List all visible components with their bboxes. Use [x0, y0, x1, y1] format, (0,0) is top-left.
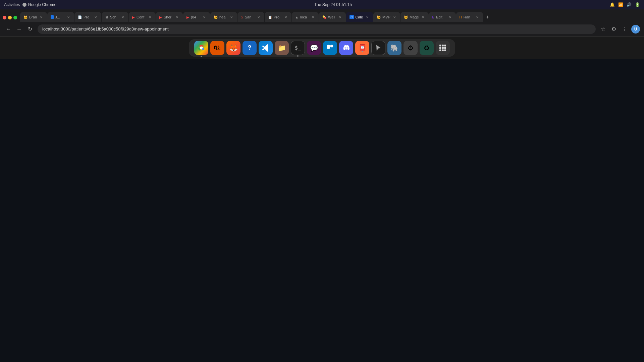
dock-apps-grid[interactable] — [436, 41, 450, 55]
svg-rect-21 — [439, 47, 441, 49]
tab-close-sch[interactable]: ✕ — [120, 15, 125, 19]
dock-discord[interactable] — [339, 41, 353, 55]
dock-terminal[interactable]: $_ — [291, 41, 305, 55]
tab-close-heal[interactable]: ✕ — [229, 15, 234, 19]
tab-close-cale[interactable]: ✕ — [365, 15, 370, 19]
tab-well[interactable]: 💊 Well ✕ — [319, 12, 346, 22]
dock-settings[interactable]: ⚙ — [404, 41, 418, 55]
svg-rect-22 — [442, 47, 444, 49]
address-input[interactable] — [38, 24, 596, 34]
tab-sher[interactable]: ▶ Sher ✕ — [156, 12, 183, 22]
speaker-icon[interactable]: 🔊 — [627, 2, 632, 7]
forward-button[interactable]: → — [15, 25, 23, 34]
tab-jobs[interactable]: ! J... ✕ — [47, 12, 74, 22]
battery-icon[interactable]: 🔋 — [635, 2, 640, 7]
tab-close-jobs[interactable]: ✕ — [66, 15, 71, 19]
dock-cursor[interactable] — [371, 41, 385, 55]
dock-ubuntu-software[interactable]: 🛍 — [210, 41, 224, 55]
tab-84[interactable]: ▶ (84 ✕ — [183, 12, 210, 22]
tab-cale[interactable]: C Cale ✕ — [346, 12, 373, 22]
wifi-icon[interactable]: 📶 — [618, 2, 623, 7]
svg-rect-24 — [439, 49, 441, 51]
close-window-btn[interactable] — [3, 16, 6, 19]
tab-mvp[interactable]: 🐱 MVP ✕ — [373, 12, 400, 22]
notification-icon[interactable]: 🔔 — [610, 2, 615, 7]
dock-vscode[interactable] — [259, 41, 273, 55]
tab-loca[interactable]: ▲ loca ✕ — [292, 12, 319, 22]
tab-close-conf[interactable]: ✕ — [148, 15, 152, 19]
maximize-window-btn[interactable] — [13, 16, 17, 19]
os-datetime: Tue Sep 24 01:51:15 — [314, 2, 352, 7]
menu-icon[interactable]: ⋮ — [621, 25, 629, 33]
tab-close-84[interactable]: ✕ — [202, 15, 207, 19]
window-controls — [1, 16, 20, 22]
os-topbar-left: Activities Google Chrome — [4, 2, 56, 7]
dock-recyclebin[interactable]: ♻ — [420, 41, 434, 55]
tab-close-edit[interactable]: ✕ — [448, 15, 452, 19]
os-topbar-right: 🔔 📶 🔊 🔋 — [610, 2, 640, 7]
extensions-icon[interactable]: ⚙ — [610, 25, 618, 33]
tab-conf[interactable]: ▶ Conf ✕ — [129, 12, 156, 22]
tab-close-sher[interactable]: ✕ — [175, 15, 179, 19]
tab-close-san[interactable]: ✕ — [256, 15, 261, 19]
svg-rect-16 — [327, 45, 330, 49]
tab-close-pro2[interactable]: ✕ — [283, 15, 288, 19]
activities-label[interactable]: Activities — [4, 2, 20, 7]
reload-button[interactable]: ↻ — [25, 25, 34, 34]
tab-pro1[interactable]: 📄 Pro ✕ — [74, 12, 101, 22]
tab-close-well[interactable]: ✕ — [338, 15, 342, 19]
os-topbar: Activities Google Chrome Tue Sep 24 01:5… — [0, 0, 644, 9]
tab-close-pro1[interactable]: ✕ — [93, 15, 98, 19]
dock-trello[interactable] — [323, 41, 337, 55]
dock-help[interactable]: ? — [243, 41, 257, 55]
tab-sch[interactable]: 🗓 Sch ✕ — [102, 12, 128, 22]
tab-close-loca[interactable]: ✕ — [311, 15, 315, 19]
dock-files[interactable]: 📁 — [275, 41, 289, 55]
dock-slack[interactable]: 💬 — [307, 41, 321, 55]
tab-bran[interactable]: 🐱 Bran ✕ — [20, 12, 47, 22]
profile-avatar[interactable]: U — [631, 25, 640, 34]
tab-san[interactable]: S San ✕ — [237, 12, 264, 22]
dock: 🛍 🦊 ? 📁 $_ 💬 — [189, 39, 455, 57]
chrome-window: 🐱 Bran ✕ ! J... ✕ 📄 Pro ✕ 🗓 Sch ✕ ▶ Conf… — [0, 9, 644, 36]
bookmark-icon[interactable]: ☆ — [599, 25, 607, 33]
new-tab-button[interactable]: + — [483, 12, 492, 22]
svg-rect-25 — [442, 49, 444, 51]
chrome-indicator: Google Chrome — [22, 2, 56, 7]
tab-edit[interactable]: E Edit ✕ — [429, 12, 456, 22]
tab-close-mvp[interactable]: ✕ — [392, 15, 397, 19]
tab-bar: 🐱 Bran ✕ ! J... ✕ 📄 Pro ✕ 🗓 Sch ✕ ▶ Conf… — [0, 9, 644, 22]
nav-buttons: ← → ↻ — [4, 25, 34, 34]
back-button[interactable]: ← — [4, 25, 13, 34]
svg-rect-20 — [444, 45, 446, 47]
minimize-window-btn[interactable] — [8, 16, 12, 19]
chrome-active-dot — [201, 56, 202, 57]
tab-heal[interactable]: 🐱 heal ✕ — [210, 12, 237, 22]
svg-rect-19 — [442, 45, 444, 47]
terminal-active-dot — [297, 55, 299, 57]
dock-pgadmin[interactable]: 🐘 — [387, 41, 401, 55]
svg-point-15 — [200, 47, 202, 49]
dock-postman[interactable]: 📮 — [355, 41, 369, 55]
tab-close-han[interactable]: ✕ — [475, 15, 480, 19]
tab-mage[interactable]: 🐱 Mage ✕ — [400, 12, 429, 22]
address-icons: ☆ ⚙ ⋮ U — [599, 25, 640, 34]
svg-rect-18 — [439, 45, 441, 47]
tab-pro2[interactable]: 📋 Pro ✕ — [265, 12, 291, 22]
dock-chrome[interactable] — [194, 41, 208, 55]
svg-rect-26 — [444, 49, 446, 51]
tab-han[interactable]: H Han ✕ — [456, 12, 483, 22]
address-bar: ← → ↻ ☆ ⚙ ⋮ U — [0, 22, 644, 36]
dock-firefox[interactable]: 🦊 — [226, 41, 240, 55]
tab-close-bran[interactable]: ✕ — [39, 15, 44, 19]
svg-rect-17 — [330, 45, 333, 47]
svg-rect-23 — [444, 47, 446, 49]
taskbar: 🛍 🦊 ? 📁 $_ 💬 — [0, 36, 644, 59]
tab-close-mage[interactable]: ✕ — [421, 15, 425, 19]
